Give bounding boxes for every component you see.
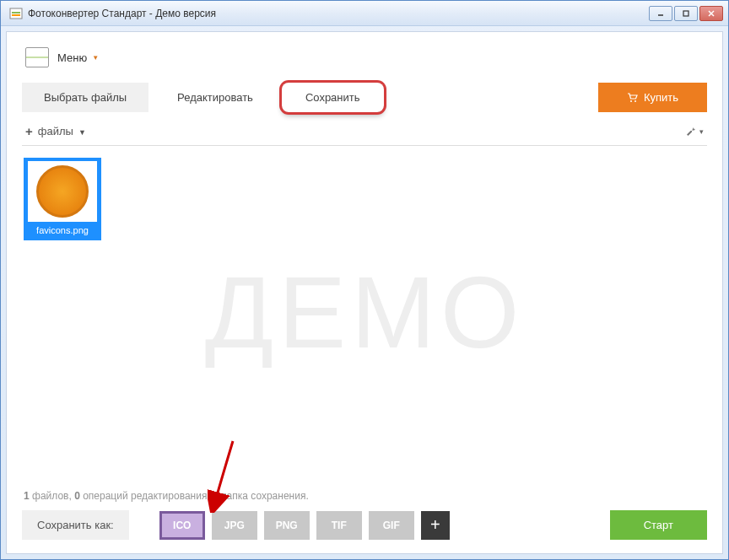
status-line: 1 файлов, 0 операций редактирования, 1 п…	[22, 487, 707, 510]
files-toolbar: + файлы▼	[22, 119, 707, 143]
buy-button[interactable]: Купить	[598, 83, 707, 112]
tab-select-files[interactable]: Выбрать файлы	[22, 83, 148, 112]
format-ico-button[interactable]: ICO	[159, 511, 205, 540]
thumbnail-image	[28, 161, 97, 222]
tab-edit[interactable]: Редактировать	[155, 83, 275, 112]
format-jpg-button[interactable]: JPG	[212, 511, 257, 540]
app-icon	[9, 7, 23, 20]
svg-rect-1	[12, 12, 20, 13]
format-gif-button[interactable]: GIF	[369, 511, 414, 540]
bottom-row: Сохранить как: ICO JPG PNG TIF GIF + Ста…	[22, 510, 707, 540]
close-button[interactable]	[699, 6, 723, 21]
cart-icon	[627, 93, 639, 103]
plus-icon: +	[25, 124, 33, 138]
divider	[22, 145, 707, 146]
format-add-button[interactable]: +	[421, 511, 450, 540]
chevron-down-icon: ▼	[78, 128, 86, 137]
wrench-icon	[685, 126, 697, 137]
format-tif-button[interactable]: TIF	[316, 511, 362, 540]
app-window: Фотоконвертер Стандарт - Демо версия Мен…	[0, 0, 729, 560]
svg-rect-2	[12, 14, 20, 16]
titlebar: Фотоконвертер Стандарт - Демо версия	[1, 1, 728, 26]
format-png-button[interactable]: PNG	[264, 511, 310, 540]
demo-watermark: ДЕМО	[205, 254, 525, 370]
window-controls	[649, 6, 723, 21]
tab-save[interactable]: Сохранить	[282, 83, 384, 112]
buy-label: Купить	[644, 91, 678, 104]
svg-rect-4	[683, 11, 688, 16]
menu-dropdown[interactable]: Меню	[57, 51, 99, 64]
app-logo-icon	[25, 47, 49, 67]
window-title: Фотоконвертер Стандарт - Демо версия	[28, 8, 649, 19]
thumbnail-filename: favicons.png	[36, 225, 89, 235]
files-dropdown[interactable]: файлы▼	[38, 125, 86, 137]
tabs-row: Выбрать файлы Редактировать Сохранить Ку…	[22, 83, 707, 112]
start-button[interactable]: Старт	[610, 510, 707, 540]
svg-point-8	[634, 100, 636, 102]
thumbnail-item[interactable]: favicons.png	[24, 158, 101, 240]
thumbnails-area: ДЕМО favicons.png	[22, 151, 707, 487]
svg-point-7	[630, 100, 632, 102]
maximize-button[interactable]	[674, 6, 698, 21]
menu-row: Меню	[22, 42, 707, 78]
settings-wrench-button[interactable]	[685, 126, 704, 137]
content-area: Меню Выбрать файлы Редактировать Сохрани…	[6, 31, 723, 554]
minimize-button[interactable]	[649, 6, 672, 21]
save-as-label: Сохранить как:	[22, 510, 129, 540]
orange-icon	[36, 165, 89, 218]
